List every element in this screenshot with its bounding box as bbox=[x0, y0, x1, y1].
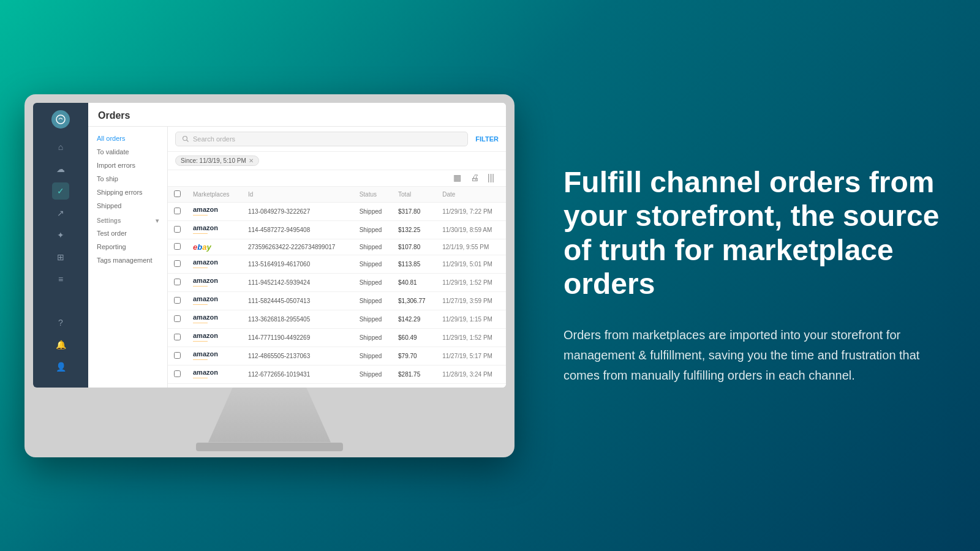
filter-button[interactable]: FILTER bbox=[475, 135, 499, 143]
marketplace-cell: amazon――― bbox=[187, 310, 242, 328]
table-row[interactable]: amazon―――113-3626818-2955405Shipped$142.… bbox=[168, 310, 506, 328]
table-row[interactable]: ebay273596263422-2226734899017Shipped$10… bbox=[168, 239, 506, 255]
order-date: 11/29/19, 7:22 PM bbox=[436, 202, 506, 220]
order-total: $317.80 bbox=[392, 202, 436, 220]
table-row[interactable]: amazon―――113-0849279-3222627Shipped$317.… bbox=[168, 202, 506, 220]
marketplace-cell: ebay bbox=[187, 239, 242, 255]
row-checkbox[interactable] bbox=[174, 315, 181, 322]
marketplace-cell: amazon――― bbox=[187, 328, 242, 347]
order-date: 12/1/19, 9:55 PM bbox=[436, 239, 506, 255]
chart-icon[interactable]: ↗ bbox=[52, 204, 69, 222]
order-status: Shipped bbox=[353, 239, 392, 255]
monitor-stand bbox=[208, 388, 331, 443]
order-status: Shipped bbox=[353, 255, 392, 273]
nav-test-order[interactable]: Test order bbox=[88, 227, 167, 240]
table-toolbar: ▦ 🖨 ||| bbox=[168, 170, 506, 187]
search-icon bbox=[182, 135, 189, 143]
monitor-section: ⌂ ☁ ✓ ↗ ✦ ⊞ ≡ ? 🔔 👤 Orders bbox=[0, 0, 539, 551]
col-marketplaces: Marketplaces bbox=[187, 187, 242, 203]
row-checkbox[interactable] bbox=[174, 208, 181, 214]
col-total: Total bbox=[392, 187, 436, 203]
svg-point-1 bbox=[183, 136, 187, 140]
app-content: Orders All orders To validate Import err… bbox=[88, 103, 506, 388]
order-total: $132.25 bbox=[392, 220, 436, 239]
table-row[interactable]: amazon―――114-4587272-9495408Shipped$132.… bbox=[168, 220, 506, 239]
order-id: 113-5164919-4617060 bbox=[242, 255, 353, 273]
nav-reporting[interactable]: Reporting bbox=[88, 240, 167, 253]
order-status: Shipped bbox=[353, 220, 392, 239]
order-date: 11/29/19, 1:15 PM bbox=[436, 310, 506, 328]
nav-to-validate[interactable]: To validate bbox=[88, 145, 167, 159]
order-total: $1,306.77 bbox=[392, 291, 436, 310]
marketplace-cell: amazon――― bbox=[187, 255, 242, 273]
order-total: $60.49 bbox=[392, 328, 436, 347]
bell-icon[interactable]: 🔔 bbox=[52, 336, 69, 353]
svg-point-0 bbox=[56, 115, 65, 124]
order-total: $79.70 bbox=[392, 347, 436, 365]
order-id: 114-4587272-9495408 bbox=[242, 220, 353, 239]
row-checkbox[interactable] bbox=[174, 297, 181, 304]
order-date: 11/28/19, 3:35 PM bbox=[436, 383, 506, 388]
orders-icon[interactable]: ✓ bbox=[52, 182, 69, 200]
row-checkbox[interactable] bbox=[174, 370, 181, 377]
filter-tag-date[interactable]: Since: 11/3/19, 5:10 PM ✕ bbox=[175, 156, 259, 166]
document-icon[interactable]: ≡ bbox=[52, 271, 69, 288]
col-date: Date bbox=[436, 187, 506, 203]
user-icon[interactable]: 👤 bbox=[52, 358, 69, 375]
table-row[interactable]: amazon―――111-5824445-0507413Shipped$1,30… bbox=[168, 291, 506, 310]
monitor-screen: ⌂ ☁ ✓ ↗ ✦ ⊞ ≡ ? 🔔 👤 Orders bbox=[33, 103, 506, 388]
order-date: 11/29/19, 1:52 PM bbox=[436, 273, 506, 291]
row-checkbox[interactable] bbox=[174, 279, 181, 285]
order-total: $142.29 bbox=[392, 310, 436, 328]
row-checkbox[interactable] bbox=[174, 352, 181, 359]
nav-shipped[interactable]: Shipped bbox=[88, 199, 167, 212]
table-row[interactable]: amazon―――112-4865505-2137063Shipped$79.7… bbox=[168, 347, 506, 365]
order-id: 112-2342653-7507422 bbox=[242, 383, 353, 388]
col-id: Id bbox=[242, 187, 353, 203]
row-checkbox[interactable] bbox=[174, 226, 181, 233]
columns-icon[interactable]: ▦ bbox=[453, 173, 464, 184]
home-icon[interactable]: ⌂ bbox=[52, 138, 69, 156]
app-logo bbox=[51, 110, 70, 129]
cloud-icon[interactable]: ☁ bbox=[52, 160, 69, 178]
filter-tag-remove-icon[interactable]: ✕ bbox=[249, 157, 254, 164]
col-status: Status bbox=[353, 187, 392, 203]
marketplace-cell: amazon――― bbox=[187, 273, 242, 291]
filter-icon[interactable]: ||| bbox=[488, 173, 499, 184]
order-date: 11/29/19, 5:01 PM bbox=[436, 255, 506, 273]
help-icon[interactable]: ? bbox=[52, 314, 69, 331]
table-row[interactable]: amazon―――114-7771190-4492269Shipped$60.4… bbox=[168, 328, 506, 347]
monitor-base bbox=[196, 443, 343, 451]
table-row[interactable]: amazon―――113-5164919-4617060Shipped$113.… bbox=[168, 255, 506, 273]
nav-to-ship[interactable]: To ship bbox=[88, 172, 167, 186]
headline: Fulfill channel orders from your storefr… bbox=[564, 165, 943, 301]
order-id: 114-7771190-4492269 bbox=[242, 328, 353, 347]
select-all-checkbox[interactable] bbox=[174, 190, 181, 197]
table-row[interactable]: amazon―――112-2342653-7507422Shipped$114.… bbox=[168, 383, 506, 388]
order-status: Shipped bbox=[353, 383, 392, 388]
order-total: $281.75 bbox=[392, 365, 436, 383]
row-checkbox[interactable] bbox=[174, 334, 181, 340]
grid-icon[interactable]: ⊞ bbox=[52, 249, 69, 266]
order-date: 11/29/19, 1:52 PM bbox=[436, 328, 506, 347]
svg-line-2 bbox=[187, 140, 189, 141]
search-input-wrapper[interactable]: Search orders bbox=[175, 132, 468, 146]
marketplace-cell: amazon――― bbox=[187, 220, 242, 239]
order-status: Shipped bbox=[353, 365, 392, 383]
nav-import-errors[interactable]: Import errors bbox=[88, 159, 167, 172]
order-total: $113.85 bbox=[392, 255, 436, 273]
order-date: 11/30/19, 8:59 AM bbox=[436, 220, 506, 239]
print-icon[interactable]: 🖨 bbox=[470, 173, 481, 184]
row-checkbox[interactable] bbox=[174, 260, 181, 267]
settings-icon[interactable]: ✦ bbox=[52, 227, 69, 244]
nav-tags-management[interactable]: Tags management bbox=[88, 253, 167, 267]
order-status: Shipped bbox=[353, 291, 392, 310]
order-date: 11/27/19, 3:59 PM bbox=[436, 291, 506, 310]
nav-all-orders[interactable]: All orders bbox=[88, 132, 167, 145]
table-row[interactable]: amazon―――111-9452142-5939424Shipped$40.8… bbox=[168, 273, 506, 291]
nav-panel: All orders To validate Import errors To … bbox=[88, 127, 168, 388]
row-checkbox[interactable] bbox=[174, 243, 181, 250]
nav-shipping-errors[interactable]: Shipping errors bbox=[88, 186, 167, 199]
table-row[interactable]: amazon―――112-6772656-1019431Shipped$281.… bbox=[168, 365, 506, 383]
filter-tags: Since: 11/3/19, 5:10 PM ✕ bbox=[168, 152, 506, 170]
